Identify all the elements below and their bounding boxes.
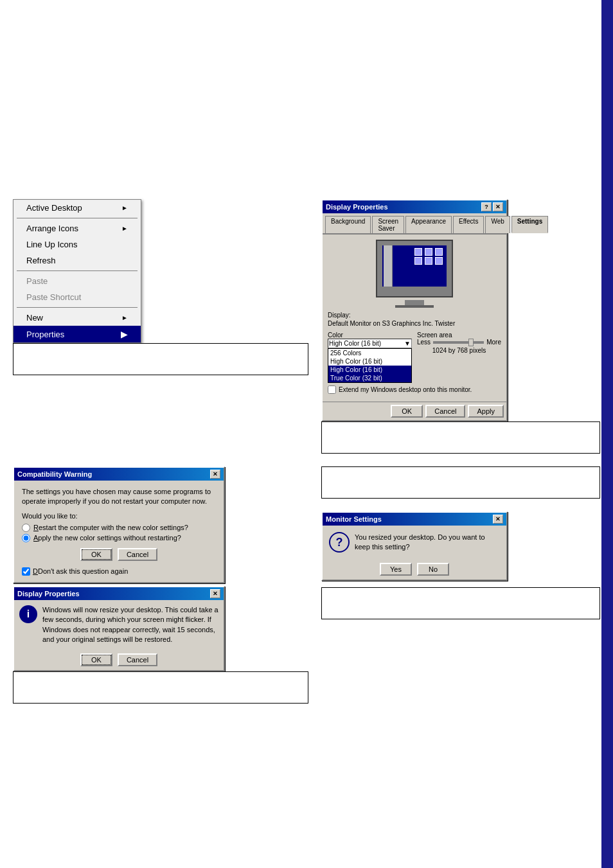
cancel-button[interactable]: Cancel (425, 405, 465, 418)
menu-item-arrange-icons[interactable]: Arrange Icons ► (13, 220, 141, 236)
titlebar-buttons: ? ✕ (481, 202, 503, 211)
submenu-arrow-icon: ► (121, 314, 128, 321)
cancel-button[interactable]: Cancel (118, 548, 157, 561)
resolution-text: 1024 by 768 pixels (417, 347, 501, 354)
extend-desktop-checkbox[interactable] (328, 385, 336, 394)
monitor-settings-body: ? You resized your desktop. Do you want … (323, 526, 506, 559)
right-sidebar-bar (601, 0, 613, 868)
ok-button[interactable]: OK (80, 653, 112, 666)
dont-ask-label: DDon't ask this question again (33, 567, 128, 575)
menu-item-label: Paste (26, 276, 48, 286)
display-info-dialog: Display Properties ✕ i Windows will now … (13, 586, 225, 672)
dialog-title: Display Properties (17, 590, 80, 598)
desktop-icons (414, 248, 444, 265)
menu-item-label: Line Up Icons (26, 240, 78, 249)
titlebar-buttons: ✕ (493, 515, 503, 524)
titlebar-buttons: ✕ (210, 470, 220, 479)
compat-question: Would you like to: (22, 512, 216, 520)
apply-button[interactable]: Apply (468, 405, 504, 418)
color-option-true32[interactable]: True Color (32 bit) (328, 374, 411, 382)
compat-text: The settings you have chosen may cause s… (22, 487, 216, 507)
radio-restart-label: Restart the computer with the new color … (33, 524, 188, 531)
main-content-row: Active Desktop ► Arrange Icons ► Line Up… (13, 199, 600, 460)
window-title: Display Properties (326, 203, 388, 211)
monitor-stand (405, 300, 424, 305)
caption-box-top-right (321, 421, 600, 454)
settings-row: Color High Color (16 bit) ▼ 256 Colors H… (328, 331, 501, 383)
color-option-256[interactable]: 256 Colors (328, 349, 411, 357)
radio-apply-label: Apply the new color settings without res… (33, 534, 181, 542)
display-properties-window: Display Properties ? ✕ Background Screen… (321, 199, 508, 421)
color-option-high16[interactable]: High Color (16 bit) (328, 357, 411, 366)
display-properties-footer: OK Cancel Apply (323, 402, 506, 420)
tab-effects[interactable]: Effects (453, 216, 484, 233)
menu-item-new[interactable]: New ► (13, 310, 141, 326)
right-dialogs: Monitor Settings ✕ ? You resized your de… (321, 466, 600, 710)
radio-option-restart: Restart the computer with the new color … (22, 524, 216, 532)
monitor-base (395, 305, 434, 308)
slider-more-label: More (486, 339, 501, 346)
tab-background[interactable]: Background (325, 216, 371, 233)
menu-item-active-desktop[interactable]: Active Desktop ► (13, 200, 141, 216)
close-button[interactable]: ✕ (210, 589, 220, 598)
menu-item-paste[interactable]: Paste (13, 273, 141, 289)
close-button[interactable]: ✕ (210, 470, 220, 479)
dialog-title: Compatibility Warning (17, 470, 92, 478)
no-button[interactable]: No (417, 563, 449, 576)
caption-box-right-top (321, 466, 600, 499)
color-group: Color High Color (16 bit) ▼ 256 Colors H… (328, 331, 412, 383)
ok-button[interactable]: OK (391, 405, 423, 418)
tab-screen-saver[interactable]: Screen Saver (372, 216, 404, 233)
compat-warning-titlebar: Compatibility Warning ✕ (14, 468, 224, 481)
menu-item-label: Active Desktop (26, 203, 82, 213)
color-selected-value: High Color (16 bit) (329, 340, 381, 347)
menu-item-label: Paste Shortcut (26, 292, 81, 302)
menu-separator (17, 307, 138, 308)
display-info-titlebar: Display Properties ✕ (14, 587, 224, 600)
help-button[interactable]: ? (481, 202, 492, 211)
right-column: Display Properties ? ✕ Background Screen… (321, 199, 600, 460)
desktop-icon (425, 248, 432, 256)
submenu-arrow-icon: ► (121, 204, 128, 211)
display-properties-tabs: Background Screen Saver Appearance Effec… (323, 213, 506, 235)
screen-area-group: Screen area Less More 1024 by 768 pixels (417, 331, 501, 383)
submenu-arrow-icon: ► (121, 225, 128, 232)
close-button[interactable]: ✕ (493, 202, 503, 211)
menu-item-paste-shortcut[interactable]: Paste Shortcut (13, 289, 141, 305)
menu-item-line-up-icons[interactable]: Line Up Icons (13, 236, 141, 252)
left-dialogs: Compatibility Warning ✕ The settings you… (13, 466, 308, 710)
cursor-icon: ▶ (121, 329, 128, 339)
menu-item-refresh[interactable]: Refresh (13, 252, 141, 269)
menu-item-properties[interactable]: Properties ▶ (13, 326, 141, 342)
radio-restart[interactable] (22, 524, 30, 532)
dialog-title: Monitor Settings (326, 515, 382, 523)
cancel-button[interactable]: Cancel (118, 653, 157, 666)
menu-item-label: Properties (26, 330, 64, 339)
tab-web[interactable]: Web (485, 216, 510, 233)
color-option-high16-selected[interactable]: High Color (16 bit) (328, 366, 411, 374)
dialogs-row: Compatibility Warning ✕ The settings you… (13, 466, 600, 710)
desktop-icon (414, 257, 422, 265)
display-value: Default Monitor on S3 Graphincs Inc. Twi… (328, 320, 501, 327)
close-button[interactable]: ✕ (493, 515, 503, 524)
ok-button[interactable]: OK (80, 548, 112, 561)
radio-apply[interactable] (22, 534, 30, 542)
caption-box-bottom-left (13, 671, 308, 704)
monitor-taskbar (382, 287, 447, 292)
tab-settings[interactable]: Settings (511, 216, 548, 233)
extend-desktop-label: Extend my Windows desktop onto this moni… (339, 386, 472, 393)
slider-track[interactable] (433, 341, 484, 344)
info-icon: i (19, 605, 37, 623)
tab-appearance[interactable]: Appearance (405, 216, 452, 233)
slider-less-label: Less (417, 339, 431, 346)
yes-button[interactable]: Yes (380, 563, 412, 576)
display-label: Display: (328, 312, 501, 319)
dont-ask-checkbox[interactable] (22, 567, 30, 576)
slider-thumb[interactable] (468, 339, 474, 346)
screen-area-label: Screen area (417, 332, 452, 339)
menu-separator (17, 218, 138, 218)
color-dropdown[interactable]: High Color (16 bit) ▼ (328, 339, 412, 348)
dont-ask-row: DDon't ask this question again (22, 567, 216, 576)
compat-footer: OK Cancel (22, 544, 216, 565)
monitor-preview (376, 240, 453, 297)
